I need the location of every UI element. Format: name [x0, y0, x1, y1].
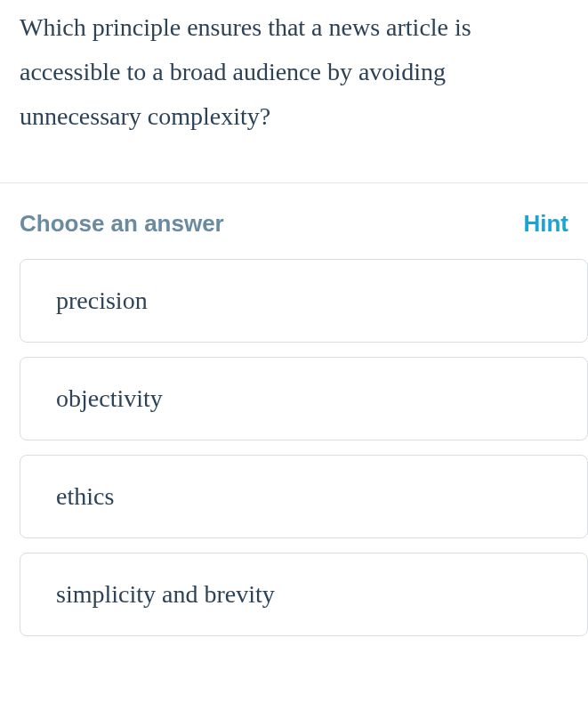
- answer-label: precision: [56, 287, 148, 314]
- question-text: Which principle ensures that a news arti…: [20, 5, 568, 138]
- answer-option-objectivity[interactable]: objectivity: [20, 357, 588, 440]
- answer-label: ethics: [56, 482, 114, 510]
- answer-label: simplicity and brevity: [56, 580, 275, 608]
- answer-label: objectivity: [56, 384, 163, 412]
- answer-option-simplicity[interactable]: simplicity and brevity: [20, 553, 588, 636]
- choose-answer-label: Choose an answer: [20, 210, 224, 238]
- choose-header-row: Choose an answer Hint: [0, 183, 588, 259]
- answer-option-ethics[interactable]: ethics: [20, 455, 588, 538]
- hint-link[interactable]: Hint: [523, 210, 568, 238]
- question-block: Which principle ensures that a news arti…: [0, 0, 588, 182]
- answers-list: precision objectivity ethics simplicity …: [0, 259, 588, 636]
- answer-option-precision[interactable]: precision: [20, 259, 588, 343]
